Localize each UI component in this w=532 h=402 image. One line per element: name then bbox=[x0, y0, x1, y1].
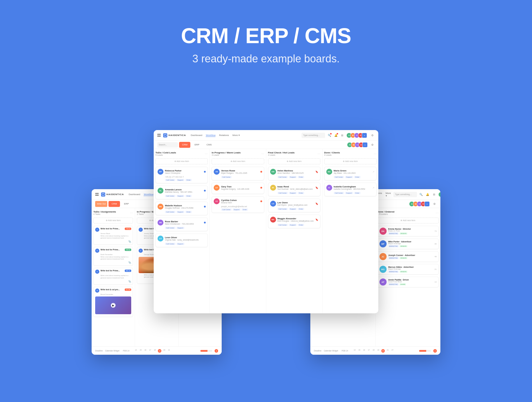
card-subtitle: Augusta Gregory · 122-465-3196 bbox=[221, 188, 249, 190]
nav-workflow[interactable]: Workflow bbox=[144, 193, 153, 196]
col-title: Final Check / Hot Leads bbox=[268, 151, 295, 154]
add-todo-btn[interactable]: ⊕ Add new item bbox=[93, 218, 133, 223]
tab-crm[interactable]: CRM bbox=[179, 142, 190, 148]
tab-erp[interactable]: ERP bbox=[121, 201, 132, 207]
col-title: Done / Clients bbox=[324, 151, 340, 154]
tag: Support bbox=[289, 224, 297, 226]
erp-name: Mike Porter · Advertiser bbox=[388, 241, 433, 243]
tag: Support bbox=[345, 176, 353, 178]
logo: HAIDENTICA bbox=[163, 133, 186, 137]
task-footer: 📎 bbox=[95, 261, 131, 264]
erp-tag: ORDERS bbox=[399, 232, 407, 235]
nav-more[interactable]: More ▾ bbox=[233, 134, 240, 137]
card-subtitle: Isabella Cunningham · 469-618-5552 bbox=[334, 188, 365, 190]
erp-num: 73 bbox=[434, 230, 437, 232]
grid-icon[interactable]: ⊞ bbox=[432, 192, 437, 197]
tag: Call Center bbox=[278, 224, 288, 226]
card-header: MG Maria Green Jay Blake · 441-144-2843 … bbox=[326, 169, 374, 175]
erp-avatar: JC bbox=[379, 253, 387, 260]
task-body: Vernon Black bbox=[100, 233, 131, 235]
tag: Order bbox=[298, 208, 304, 210]
card-avatar: LO bbox=[270, 201, 276, 207]
erp-card: AP Annie Padilla · Driver Good Food Mosk… bbox=[377, 277, 439, 287]
task-avatar: A bbox=[95, 270, 99, 274]
nav-workflow[interactable]: Workflow bbox=[206, 134, 215, 137]
search-icon[interactable]: 🔍 bbox=[419, 192, 424, 197]
tab-crm[interactable]: CRM bbox=[108, 201, 120, 207]
task-header: M Write text & cut pro... 01:38 bbox=[95, 288, 131, 293]
card-avatar: VR bbox=[214, 169, 220, 175]
search-bar[interactable]: Type something... bbox=[393, 192, 417, 197]
card-tags: Call Center Support Order bbox=[278, 224, 318, 226]
search-icon[interactable]: 🔍 bbox=[327, 133, 332, 138]
settings-icon[interactable]: ⚙ bbox=[370, 133, 375, 138]
card-tags: Call Center Support Order bbox=[165, 179, 206, 181]
card-name: Isabella Cunningham bbox=[334, 185, 365, 188]
date: 16 bbox=[362, 349, 366, 353]
card-avatar: IR bbox=[270, 185, 276, 191]
tab-cms[interactable]: CMS bbox=[204, 142, 215, 148]
add-item-btn[interactable]: ⊕ Add new item bbox=[324, 158, 377, 164]
col-menu-dots[interactable]: ⋯ bbox=[436, 211, 439, 215]
tag: Call Center bbox=[165, 211, 176, 213]
erp-tag: MARKETING bbox=[388, 283, 399, 286]
search-input[interactable]: Search... bbox=[157, 142, 178, 147]
card-name: Rebecca Parker bbox=[165, 169, 181, 172]
grid-icon[interactable]: ⊞ bbox=[340, 133, 345, 138]
task-header: A Write text for Prime... 901 $ bbox=[95, 270, 131, 274]
col-menu-dots[interactable]: ⋯ bbox=[317, 152, 320, 155]
col-menu-dots[interactable]: ⋯ bbox=[205, 152, 208, 155]
bell-icon[interactable]: 🔔 bbox=[333, 133, 338, 138]
tag: Order bbox=[185, 195, 192, 197]
settings-icon[interactable]: ⚙ bbox=[370, 142, 375, 147]
search-bar[interactable]: Type something... bbox=[301, 133, 325, 138]
add-item-btn[interactable]: ⊕ Add new item bbox=[377, 218, 439, 223]
tab-write[interactable]: Write Out bbox=[95, 201, 107, 207]
play-button[interactable]: ▶ bbox=[111, 303, 116, 308]
tag: Support bbox=[289, 192, 297, 194]
col-menu-dots[interactable]: ⋯ bbox=[261, 152, 264, 155]
card-subtitle: Karl Myers · jesse_lim@yahoo.com bbox=[278, 204, 308, 206]
add-item-btn[interactable]: ⊕ Add new item bbox=[212, 158, 264, 164]
card-avatar: CC bbox=[214, 198, 220, 204]
add-item-btn[interactable]: ⊕ Add new item bbox=[268, 158, 320, 164]
tab-erp[interactable]: ERP bbox=[192, 142, 202, 148]
tag: Call Center bbox=[334, 192, 344, 194]
hamburger-menu[interactable] bbox=[157, 134, 161, 137]
col-menu-dots[interactable]: ⋯ bbox=[130, 211, 133, 215]
date: 16 bbox=[144, 349, 147, 353]
nav-dashboard[interactable]: Dashboard bbox=[129, 193, 140, 196]
tag: Call Center bbox=[165, 227, 176, 229]
col-count: 5 Leads bbox=[155, 154, 176, 156]
card-subtitle: Mathilda Harvey · 500-427-6561 bbox=[165, 191, 192, 193]
card-subtitle: Sue Guzman · terrie_elkins@k@aim.com bbox=[278, 188, 313, 190]
hamburger-menu[interactable] bbox=[95, 193, 99, 196]
card-name: Isaac Reed bbox=[278, 185, 313, 188]
logo: HAIDENTICA bbox=[101, 192, 124, 197]
date: 27 bbox=[391, 349, 394, 353]
card-header: LO Lee Owen Karl Myers · jesse_lim@yahoo… bbox=[270, 201, 318, 207]
card-tags: Call Center Support Order bbox=[334, 192, 374, 194]
logo-text: HAIDENTICA bbox=[168, 134, 186, 137]
nav-dashboard[interactable]: Dashboard bbox=[191, 134, 202, 137]
col-title: Done / Ordered bbox=[377, 210, 395, 213]
nav-relations[interactable]: Relations bbox=[219, 134, 229, 137]
card-email: joseph_mccullough@netta.net bbox=[221, 205, 262, 208]
add-item-btn[interactable]: ⊕ Add new item bbox=[155, 158, 208, 164]
col-count: 4 Providers bbox=[377, 213, 395, 215]
erp-info: Joseph Conner · Advertiser MARKETING ORD… bbox=[388, 254, 433, 259]
card-tags: Call Center Support Order bbox=[165, 195, 206, 197]
hamburger-line bbox=[95, 194, 99, 195]
date-highlight: 19 bbox=[158, 349, 161, 353]
bell-icon[interactable]: 🔔 bbox=[425, 192, 430, 197]
hamburger-line bbox=[95, 195, 99, 196]
col-menu-dots[interactable]: ⋯ bbox=[374, 152, 377, 155]
profile-pics: A B C D + bbox=[347, 142, 368, 147]
erp-tag: SHARE bbox=[399, 283, 406, 286]
crm-card: LO Leon Oliver Virginia Hale · lucky_str… bbox=[155, 234, 208, 247]
crm-board-header: HAIDENTICA Dashboard Workflow Relations … bbox=[154, 130, 378, 141]
settings-icon[interactable]: ⚙ bbox=[432, 202, 437, 206]
card-header: IC Isabella Cunningham Isabella Cunningh… bbox=[326, 185, 374, 191]
nav-more[interactable]: More ▾ bbox=[386, 192, 391, 197]
erp-tag: MARKETING bbox=[388, 257, 399, 259]
